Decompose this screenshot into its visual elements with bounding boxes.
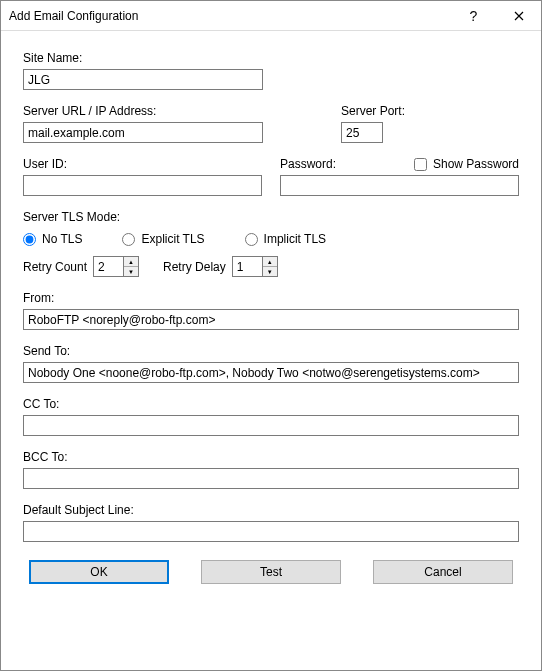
retry-delay-label: Retry Delay <box>163 260 226 274</box>
implicit-tls-label: Implicit TLS <box>264 232 326 246</box>
cc-to-label: CC To: <box>23 397 519 411</box>
titlebar: Add Email Configuration ? <box>1 1 541 31</box>
bcc-to-input[interactable] <box>23 468 519 489</box>
server-port-input[interactable] <box>341 122 383 143</box>
server-url-input[interactable] <box>23 122 263 143</box>
dialog-window: Add Email Configuration ? Site Name: Ser… <box>0 0 542 671</box>
user-id-label: User ID: <box>23 157 262 171</box>
no-tls-label: No TLS <box>42 232 82 246</box>
server-port-label: Server Port: <box>341 104 405 118</box>
show-password-checkbox[interactable] <box>414 158 427 171</box>
from-label: From: <box>23 291 519 305</box>
close-icon <box>514 11 524 21</box>
send-to-label: Send To: <box>23 344 519 358</box>
password-label: Password: <box>280 157 336 171</box>
retry-delay-up[interactable]: ▲ <box>263 257 277 267</box>
site-name-label: Site Name: <box>23 51 263 65</box>
password-input[interactable] <box>280 175 519 196</box>
retry-delay-spinner[interactable]: ▲ ▼ <box>232 256 278 277</box>
tls-mode-label: Server TLS Mode: <box>23 210 519 224</box>
cc-to-input[interactable] <box>23 415 519 436</box>
explicit-tls-label: Explicit TLS <box>141 232 204 246</box>
default-subject-label: Default Subject Line: <box>23 503 519 517</box>
window-title: Add Email Configuration <box>9 9 451 23</box>
cancel-button[interactable]: Cancel <box>373 560 513 584</box>
ok-button[interactable]: OK <box>29 560 169 584</box>
retry-count-label: Retry Count <box>23 260 87 274</box>
retry-delay-down[interactable]: ▼ <box>263 267 277 276</box>
from-input[interactable] <box>23 309 519 330</box>
help-button[interactable]: ? <box>451 1 496 31</box>
dialog-content: Site Name: Server URL / IP Address: Serv… <box>1 31 541 600</box>
retry-count-spinner[interactable]: ▲ ▼ <box>93 256 139 277</box>
site-name-input[interactable] <box>23 69 263 90</box>
show-password-label: Show Password <box>433 157 519 171</box>
implicit-tls-radio[interactable] <box>245 233 258 246</box>
server-url-label: Server URL / IP Address: <box>23 104 263 118</box>
explicit-tls-radio[interactable] <box>122 233 135 246</box>
close-button[interactable] <box>496 1 541 31</box>
retry-count-down[interactable]: ▼ <box>124 267 138 276</box>
user-id-input[interactable] <box>23 175 262 196</box>
send-to-input[interactable] <box>23 362 519 383</box>
default-subject-input[interactable] <box>23 521 519 542</box>
bcc-to-label: BCC To: <box>23 450 519 464</box>
retry-count-up[interactable]: ▲ <box>124 257 138 267</box>
retry-count-input[interactable] <box>93 256 123 277</box>
no-tls-radio[interactable] <box>23 233 36 246</box>
test-button[interactable]: Test <box>201 560 341 584</box>
retry-delay-input[interactable] <box>232 256 262 277</box>
